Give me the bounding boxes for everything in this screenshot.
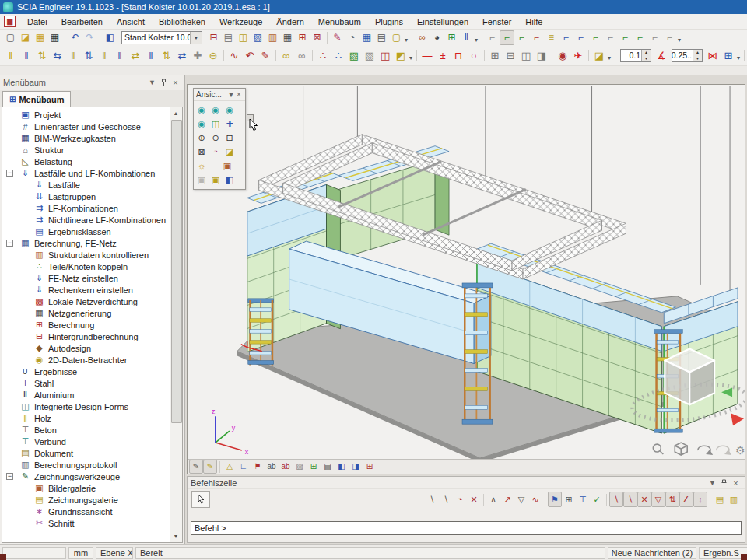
tree-item-bildergalerie[interactable]: ▣Bildergalerie (2, 482, 170, 494)
view-layout-12-icon[interactable]: ⌐ (647, 30, 662, 45)
chevron-down-icon[interactable]: ▼ (227, 89, 235, 100)
snap-nearest-icon[interactable]: ↕ (693, 492, 707, 507)
orbit-vertical-icon[interactable] (717, 446, 731, 455)
scroll-up-icon[interactable]: ▲ (170, 107, 181, 119)
save-icon[interactable]: ▦ (47, 30, 62, 45)
orbit-horizontal-icon[interactable] (698, 446, 713, 455)
member-tool-2-icon[interactable]: ‖ (19, 47, 34, 64)
delete-icon[interactable]: ✕ (467, 492, 481, 507)
plane-cut-icon[interactable]: ⋈ (705, 47, 721, 64)
tree-item-zeichnungswerkzeuge[interactable]: −✎Zeichnungswerkzeuge (2, 471, 170, 482)
tree-item-grundrissansicht[interactable]: ∗Grundrissansicht (2, 506, 170, 517)
tree-item-dokument[interactable]: ▤Dokument (2, 447, 170, 459)
vertex-mode-icon[interactable]: ∧ (486, 492, 500, 507)
undo-icon[interactable]: ↶ (68, 30, 82, 45)
rotate-right-arrow-icon[interactable] (731, 413, 744, 425)
selection-cursor-button[interactable] (191, 491, 210, 508)
redo-icon[interactable]: ↷ (82, 30, 97, 45)
view-axo-icon[interactable]: ◉ (195, 117, 209, 131)
pin-icon[interactable] (158, 77, 170, 88)
clipping-box-icon[interactable]: ▣ (209, 173, 223, 187)
open-project-icon[interactable]: ◪ (18, 30, 33, 45)
chevron-down-icon[interactable]: ▼ (146, 77, 158, 88)
calculator-icon[interactable]: ▦ (359, 30, 374, 45)
member-tool-10-icon[interactable]: ‖ (143, 47, 159, 64)
collapse-toggle[interactable]: − (6, 170, 13, 177)
overflow-button[interactable]: ▾ (678, 37, 681, 44)
workspace-window-icon[interactable]: ◧ (103, 30, 117, 45)
model-scene[interactable]: x y z ⚙ (188, 85, 745, 460)
view-x-icon[interactable]: ◉ (195, 103, 209, 117)
view-layout-4-icon[interactable]: ⌐ (529, 30, 544, 45)
tree-item-struktur[interactable]: ⌂Struktur (2, 144, 170, 156)
zoom-window-icon[interactable]: ⊡ (223, 131, 237, 145)
overflow-button[interactable]: ▾ (737, 54, 740, 61)
spinner-up-icon[interactable]: ▲ (642, 50, 651, 56)
view-z-icon[interactable]: ◉ (223, 103, 237, 117)
menu-hilfe[interactable]: Hilfe (518, 14, 549, 29)
cursor-snap-icon[interactable]: ⚑ (548, 492, 562, 507)
visibility-2-icon[interactable]: ∞ (294, 47, 310, 64)
view-layout-10-icon[interactable]: ⌐ (618, 30, 633, 45)
tree-item-ergebnisse[interactable]: ∪Ergebnisse (2, 366, 170, 377)
scroll-thumb[interactable] (171, 120, 182, 423)
zoom-in-icon[interactable]: ⊕ (195, 131, 209, 145)
red-eye-icon[interactable]: ◉ (555, 47, 570, 64)
text-labels-1-icon[interactable]: ab (265, 460, 279, 474)
tree-item-aluminium[interactable]: ⅡAluminium (2, 389, 170, 401)
tree-item-integrierte-design-forms[interactable]: ◫Integrierte Design Forms (2, 401, 170, 412)
zoom-all-icon[interactable]: ⊠ (195, 145, 209, 159)
tree-item-linienraster[interactable]: #Linienraster und Geschosse (2, 121, 170, 132)
tree-scrollbar[interactable]: ▲ ▼ (170, 107, 182, 542)
member-tool-1-icon[interactable]: ‖ (3, 47, 19, 64)
angle-snap-icon[interactable]: ∡ (654, 47, 669, 64)
load-display-icon[interactable]: ∟ (237, 460, 251, 474)
member-tool-6-icon[interactable]: ⇅ (81, 47, 96, 64)
tree-item-autodesign[interactable]: ◆Autodesign (2, 342, 170, 354)
chevron-down-icon[interactable]: ▼ (707, 478, 718, 488)
draw-circle-icon[interactable]: ○ (466, 47, 482, 64)
view-layout-11-icon[interactable]: ⌐ (633, 30, 647, 45)
tree-item-lastfaelle[interactable]: ⇓Lastfälle (2, 179, 170, 191)
delete-partial-icon[interactable]: ◔ (453, 492, 467, 507)
view-y-icon[interactable]: ◉ (209, 103, 223, 117)
couple-nodes-icon[interactable]: ∴ (315, 47, 331, 64)
sketch-icon[interactable]: ✎ (258, 47, 273, 64)
tree-item-schnitt[interactable]: ✂Schnitt (2, 517, 170, 529)
tree-item-belastung[interactable]: ◺Belastung (2, 156, 170, 167)
menu-fenster[interactable]: Fenster (475, 14, 518, 29)
menu-datei[interactable]: Datei (20, 14, 54, 29)
document-view-icon[interactable]: ▤ (321, 460, 335, 474)
member-tool-8-icon[interactable]: ‖ (112, 47, 128, 64)
perspective-icon[interactable]: ◧ (223, 173, 237, 187)
member-tool-12-icon[interactable]: ⇄ (174, 47, 190, 64)
surface-shading-icon[interactable]: ▨ (293, 460, 307, 474)
new-project-icon[interactable]: ▢ (3, 30, 18, 45)
close-icon[interactable]: × (170, 77, 181, 88)
snap-step-spinner[interactable]: 0.1 ▲▼ (620, 49, 651, 62)
snap-pick-2-icon[interactable]: ∖ (439, 492, 453, 507)
snap-tangent-icon[interactable]: ∠ (679, 492, 693, 507)
view-layout-5-icon[interactable]: ≡ (544, 30, 559, 45)
tree-item-nichtlineare-lf-kombinationen[interactable]: ⇉Nichtlineare LF-Kombinationen (2, 214, 170, 226)
visibility-1-icon[interactable]: ∞ (279, 47, 294, 64)
page-setup-icon[interactable]: ▢ (389, 30, 404, 45)
activity-icon[interactable]: ⊟ (206, 30, 221, 45)
menu-bibliotheken[interactable]: Bibliotheken (152, 14, 212, 29)
member-tool-3-icon[interactable]: ⇅ (34, 47, 50, 64)
beam-labels-icon[interactable]: ⚑ (251, 460, 265, 474)
spinner-arrows[interactable]: ▲▼ (693, 50, 702, 61)
menu-ändern[interactable]: Ändern (269, 14, 310, 29)
menu-einstellungen[interactable]: Einstellungen (410, 14, 475, 29)
model-viewport[interactable]: x y z ⚙ Ansic... ▼ × ◉◉◉◉◫✚⊕⊖⊡⊠◔◪☼▣▣ (187, 84, 745, 474)
menu-bearbeiten[interactable]: Bearbeiten (54, 14, 110, 29)
ole-link-icon[interactable]: ✎ (330, 30, 345, 45)
section-view-icon[interactable]: Ⅱ (459, 30, 474, 45)
member-tool-9-icon[interactable]: ⇄ (128, 47, 143, 64)
draw-bracket-icon[interactable]: ⊓ (451, 47, 466, 64)
copy-view-2-icon[interactable]: ⊟ (503, 47, 518, 64)
clipboard-link-icon[interactable]: ∞ (415, 30, 430, 45)
overflow-button[interactable]: ▾ (475, 37, 478, 44)
small-grid-icon[interactable]: ⊞ (721, 47, 736, 64)
search-icon[interactable]: ◕ (430, 30, 444, 45)
